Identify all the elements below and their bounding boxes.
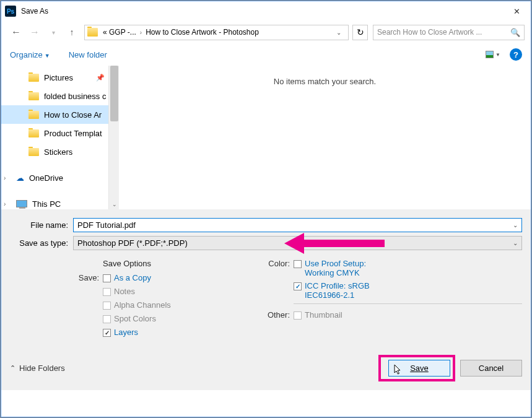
folder-icon [28, 92, 39, 100]
new-folder-button[interactable]: New folder [69, 50, 107, 59]
forward-button[interactable]: → [26, 24, 43, 41]
option-spot: Spot Colors [114, 314, 156, 323]
refresh-button[interactable]: ↻ [352, 25, 368, 40]
sidebar-onedrive[interactable]: › ☁ OneDrive [1, 168, 108, 187]
chevron-down-icon[interactable]: ⌄ [513, 222, 518, 229]
chevron-down-icon[interactable]: ⌄ [513, 240, 518, 246]
checkbox-proof[interactable] [294, 260, 302, 268]
sidebar-item-label: This PC [32, 199, 61, 209]
option-asacopy[interactable]: As a Copy [114, 273, 151, 282]
folder-icon [28, 74, 39, 82]
sidebar-scrollbar[interactable]: ⌄ [108, 66, 119, 209]
save-button[interactable]: Save [388, 360, 450, 377]
chevron-up-icon: ⌃ [10, 364, 15, 372]
file-list-pane: No items match your search. [119, 66, 531, 209]
view-button[interactable]: ▼ [485, 48, 501, 61]
empty-message: No items match your search. [274, 77, 376, 86]
scrollbar-thumb[interactable] [110, 66, 118, 121]
sidebar-item-label: Product Templat [44, 129, 102, 138]
checkbox-asacopy[interactable] [103, 274, 111, 282]
breadcrumb-seg-2[interactable]: How to Close Artwork - Photoshop [143, 28, 261, 37]
chevron-right-icon: › [4, 175, 6, 181]
cancel-label: Cancel [479, 364, 504, 373]
hide-folders-button[interactable]: ⌃ Hide Folders [10, 364, 65, 373]
folder-icon [28, 129, 39, 137]
scrollbar-down[interactable]: ⌄ [109, 199, 120, 209]
filename-input[interactable]: PDF Tutorial.pdf ⌄ [73, 218, 522, 232]
sidebar-item-label: Stickers [44, 147, 72, 157]
save-sublabel: Save: [78, 273, 103, 282]
chevron-right-icon: › [4, 201, 6, 207]
folder-icon [87, 28, 98, 37]
close-button[interactable]: ✕ [503, 2, 531, 20]
option-alpha: Alpha Channels [114, 300, 171, 310]
breadcrumb[interactable]: « GGP -... › How to Close Artwork - Phot… [84, 25, 349, 40]
option-notes: Notes [114, 287, 135, 296]
help-button[interactable]: ? [510, 48, 522, 61]
search-input[interactable]: Search How to Close Artwork ... 🔍 [373, 25, 525, 40]
search-placeholder: Search How to Close Artwork ... [377, 28, 510, 37]
filename-label: File name: [10, 220, 73, 230]
sidebar: Pictures 📌 folded business c How to Clos… [1, 66, 119, 209]
up-button[interactable]: ↑ [63, 24, 81, 41]
picture-icon [486, 51, 494, 58]
option-proof-line1[interactable]: Use Proof Setup: [305, 259, 366, 268]
filename-value: PDF Tutorial.pdf [77, 220, 513, 230]
sidebar-item-label: How to Close Ar [44, 110, 102, 120]
sidebar-thispc[interactable]: › This PC [1, 194, 108, 213]
breadcrumb-dropdown[interactable]: ⌄ [336, 29, 346, 36]
checkbox-icc[interactable] [294, 282, 302, 290]
breadcrumb-seg-1[interactable]: « GGP -... [100, 28, 139, 37]
checkbox-thumbnail [294, 311, 302, 320]
window-title: Save As [21, 7, 503, 15]
sidebar-item-folded[interactable]: folded business c [1, 87, 108, 105]
chevron-right-icon: › [139, 29, 143, 36]
pin-icon: 📌 [96, 74, 105, 82]
savetype-value: Photoshop PDF (*.PDF;*.PDP) [77, 238, 513, 248]
sidebar-item-label: Pictures [44, 73, 73, 82]
annotation-highlight: Save [378, 355, 455, 381]
sidebar-item-stickers[interactable]: Stickers [1, 142, 108, 161]
save-label: Save [410, 364, 429, 373]
sidebar-item-label: folded business c [44, 92, 106, 101]
savetype-label: Save as type: [10, 238, 73, 248]
save-options-title: Save Options [78, 259, 264, 268]
option-proof-line2[interactable]: Working CMYK [305, 268, 366, 277]
sidebar-item-howto[interactable]: How to Close Ar [1, 105, 108, 124]
option-icc-line2[interactable]: IEC61966-2.1 [305, 290, 370, 300]
recent-dropdown[interactable]: ▾ [45, 24, 62, 41]
option-thumbnail: Thumbnail [305, 310, 342, 320]
search-icon: 🔍 [510, 28, 520, 37]
checkbox-notes [103, 288, 111, 296]
savetype-select[interactable]: Photoshop PDF (*.PDF;*.PDP) ⌄ [73, 236, 522, 250]
pc-icon [16, 200, 27, 207]
divider [294, 303, 522, 304]
checkbox-layers[interactable] [103, 329, 111, 337]
checkbox-spot [103, 315, 111, 323]
organize-button[interactable]: Organize▼ [10, 50, 50, 59]
color-label: Color: [264, 259, 294, 277]
checkbox-alpha [103, 302, 111, 310]
cancel-button[interactable]: Cancel [460, 360, 522, 377]
option-layers[interactable]: Layers [114, 328, 138, 337]
sidebar-item-product[interactable]: Product Templat [1, 124, 108, 142]
back-button[interactable]: ← [7, 24, 25, 41]
sidebar-item-pictures[interactable]: Pictures 📌 [1, 68, 108, 87]
cursor-icon [394, 364, 403, 375]
app-icon: Ps [5, 6, 16, 17]
other-label: Other: [264, 310, 294, 320]
hide-folders-label: Hide Folders [19, 364, 65, 373]
sidebar-item-label: OneDrive [29, 173, 63, 183]
option-icc-line1[interactable]: ICC Profile: sRGB [305, 281, 370, 290]
folder-icon [28, 111, 39, 119]
folder-icon [28, 148, 39, 156]
